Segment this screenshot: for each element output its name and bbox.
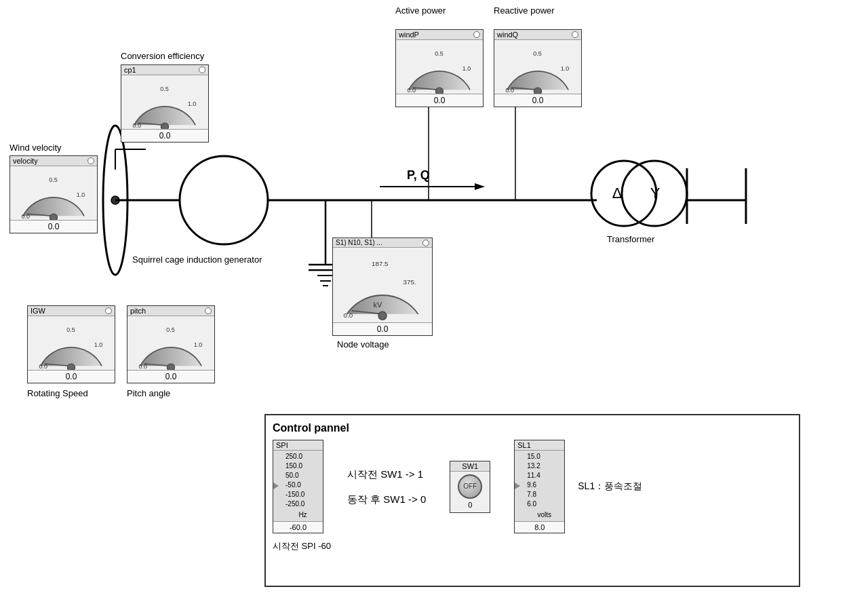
svg-text:0.5: 0.5 (533, 50, 542, 57)
sw1-body: OFF 0 (455, 472, 485, 512)
sl1-gauge: SL1 15.0 13.2 11.4 9.6 7.8 6.0 volts 8.0 (514, 440, 565, 533)
spi-value-3: 50.0 (285, 471, 320, 480)
windP-gauge-svg: 0.0 0.5 1.0 (396, 40, 483, 94)
sl1-value-3: 11.4 (527, 471, 561, 480)
windP-gauge-label: windP (399, 31, 419, 39)
rotating-speed-label: Rotating Speed (27, 388, 88, 398)
velocity-indicator (87, 157, 94, 164)
node-voltage-value: 0.0 (333, 322, 432, 335)
sw1-state: OFF (463, 482, 477, 490)
svg-text:1.0: 1.0 (462, 65, 471, 72)
igw-gauge-value: 0.0 (28, 370, 115, 383)
active-power-label: Active power (395, 5, 446, 16)
svg-text:0.5: 0.5 (66, 326, 75, 333)
igw-gauge-label: IGW (31, 307, 45, 315)
node-voltage-gauge: S1) N10, S1) ... 0.0 187.5 375. kV 0.0 (332, 238, 433, 336)
pitch-gauge-svg: 0.0 0.5 1.0 (127, 316, 214, 370)
spi-value-6: -250.0 (285, 499, 320, 509)
windQ-indicator (572, 31, 578, 38)
svg-point-29 (50, 214, 57, 220)
svg-text:kV: kV (374, 301, 383, 309)
sl1-gauge-header: SL1 (515, 440, 564, 451)
svg-point-39 (435, 88, 443, 94)
sl1-value-1: 15.0 (527, 452, 561, 461)
pitch-gauge-value: 0.0 (127, 370, 214, 383)
igw-indicator (105, 307, 112, 314)
spi-note: 시작전 SPI -60 (273, 540, 792, 552)
svg-point-34 (161, 123, 168, 129)
spi-gauge: SPI 250.0 150.0 50.0 -50.0 -150.0 -250.0… (273, 440, 323, 533)
sw1-knob[interactable]: OFF (458, 474, 482, 499)
diagram-container: Δ Y velocity 0.0 0.5 1.0 (0, 0, 868, 606)
cp1-gauge-header: cp1 (121, 65, 208, 75)
svg-text:Y: Y (650, 185, 660, 202)
svg-point-0 (103, 126, 127, 275)
pitch-gauge-header: pitch (127, 306, 214, 316)
windP-indicator (473, 31, 480, 38)
igw-gauge-svg: 0.0 0.5 1.0 (28, 316, 115, 370)
igw-gauge-header: IGW (28, 306, 115, 316)
spi-gauge-header: SPI (273, 440, 323, 451)
spi-value-4: -50.0 (285, 480, 320, 490)
svg-text:375.: 375. (403, 278, 416, 286)
cp1-gauge-body: 0.0 0.5 1.0 (121, 75, 208, 129)
svg-point-44 (534, 88, 541, 94)
windQ-gauge-value: 0.0 (494, 94, 581, 107)
windQ-gauge-body: 0.0 0.5 1.0 (494, 40, 581, 94)
svg-text:187.5: 187.5 (372, 260, 389, 267)
cp1-gauge-label: cp1 (124, 66, 136, 74)
sw1-header: SW1 (450, 461, 490, 472)
node-voltage-gauge-svg: 0.0 187.5 375. kV (333, 248, 432, 322)
svg-text:1.0: 1.0 (194, 341, 203, 348)
reactive-power-label: Reactive power (494, 5, 555, 16)
pitch-gauge-body: 0.0 0.5 1.0 (127, 316, 214, 370)
sl1-value-6: 6.0 (527, 499, 561, 509)
svg-text:1.0: 1.0 (77, 191, 85, 198)
sl1-unit: volts (527, 510, 561, 520)
windQ-gauge: windQ 0.0 0.5 1.0 0.0 (494, 29, 582, 107)
wind-velocity-label: Wind velocity (9, 143, 62, 153)
sw1-widget[interactable]: SW1 OFF 0 (450, 461, 490, 513)
pitch-gauge-label: pitch (130, 307, 146, 315)
svg-text:0.5: 0.5 (160, 86, 169, 92)
korean-instruction-2: 동작 후 SW1 -> 0 (347, 490, 426, 508)
velocity-gauge-value: 0.0 (10, 220, 97, 233)
svg-text:1.0: 1.0 (94, 341, 103, 348)
sl1-value-2: 13.2 (527, 461, 561, 471)
spi-value-1: 250.0 (285, 452, 320, 461)
windQ-gauge-label: windQ (497, 31, 518, 39)
velocity-gauge-label: velocity (13, 157, 38, 165)
cp1-indicator (199, 67, 205, 73)
sl1-description: SL1：풍속조절 (578, 480, 642, 493)
sl1-label: SL1 (517, 441, 531, 449)
spi-value-2: 150.0 (285, 461, 320, 471)
control-panel: Control pannel SPI 250.0 150.0 50.0 -50.… (264, 414, 800, 587)
windQ-gauge-header: windQ (494, 30, 581, 40)
node-voltage-gauge-header: S1) N10, S1) ... (333, 238, 432, 248)
conversion-efficiency-label: Conversion efficiency (121, 51, 204, 61)
windP-gauge-value: 0.0 (396, 94, 483, 107)
svg-text:1.0: 1.0 (188, 100, 197, 107)
velocity-gauge: velocity 0.0 0.5 1.0 (9, 155, 98, 233)
svg-text:0.5: 0.5 (166, 326, 175, 333)
cp1-gauge-svg: 0.0 0.5 1.0 (121, 75, 208, 129)
svg-text:1.0: 1.0 (561, 65, 570, 72)
spi-arrow (273, 482, 279, 489)
pitch-indicator (205, 307, 212, 314)
svg-text:0.0: 0.0 (344, 311, 353, 319)
pq-label: P, Q (407, 168, 430, 183)
sl1-footer: 8.0 (515, 521, 564, 533)
windP-gauge-body: 0.0 0.5 1.0 (396, 40, 483, 94)
svg-text:Δ: Δ (612, 185, 623, 202)
pitch-gauge: pitch 0.0 0.5 1.0 0.0 (127, 305, 215, 383)
svg-text:0.5: 0.5 (49, 176, 58, 183)
svg-point-1 (111, 196, 119, 204)
sl1-gauge-body: 15.0 13.2 11.4 9.6 7.8 6.0 volts (515, 451, 564, 521)
sl1-arrow (515, 482, 520, 489)
squirrel-cage-label: Squirrel cage induction generator (132, 254, 262, 265)
transformer-label: Transformer (607, 234, 654, 244)
node-voltage-gauge-label: S1) N10, S1) ... (336, 239, 382, 246)
spi-footer: -60.0 (273, 521, 323, 533)
sl1-value-4: 9.6 (527, 480, 561, 490)
cp1-gauge: cp1 0.0 0.5 1.0 0.0 (121, 64, 209, 143)
